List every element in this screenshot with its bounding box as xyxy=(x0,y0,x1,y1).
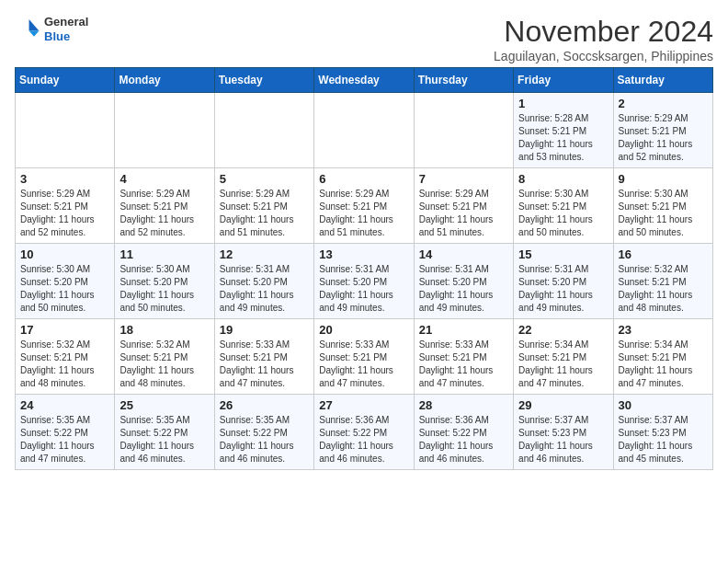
day-info: Sunrise: 5:31 AM Sunset: 5:20 PM Dayligh… xyxy=(220,263,309,315)
weekday-header-monday: Monday xyxy=(115,68,214,93)
day-number: 16 xyxy=(619,247,708,261)
day-info: Sunrise: 5:37 AM Sunset: 5:23 PM Dayligh… xyxy=(518,414,608,465)
day-info: Sunrise: 5:33 AM Sunset: 5:21 PM Dayligh… xyxy=(220,339,309,390)
calendar-cell: 24Sunrise: 5:35 AM Sunset: 5:22 PM Dayli… xyxy=(16,395,115,470)
calendar-cell xyxy=(414,93,513,168)
logo: General Blue xyxy=(15,15,88,43)
day-info: Sunrise: 5:31 AM Sunset: 5:20 PM Dayligh… xyxy=(419,263,508,315)
day-info: Sunrise: 5:30 AM Sunset: 5:21 PM Dayligh… xyxy=(619,188,708,239)
weekday-header-thursday: Thursday xyxy=(414,68,513,93)
calendar-cell: 15Sunrise: 5:31 AM Sunset: 5:20 PM Dayli… xyxy=(514,244,613,319)
day-number: 27 xyxy=(319,398,408,412)
calendar-cell xyxy=(115,93,214,168)
day-number: 25 xyxy=(119,398,209,412)
day-number: 2 xyxy=(619,97,708,110)
calendar-header-row: SundayMondayTuesdayWednesdayThursdayFrid… xyxy=(16,68,713,93)
weekday-header-tuesday: Tuesday xyxy=(214,68,313,93)
logo-icon xyxy=(15,17,40,42)
logo-text: General Blue xyxy=(44,15,88,43)
day-info: Sunrise: 5:29 AM Sunset: 5:21 PM Dayligh… xyxy=(619,112,708,164)
calendar-cell: 2Sunrise: 5:29 AM Sunset: 5:21 PM Daylig… xyxy=(613,93,712,168)
day-info: Sunrise: 5:33 AM Sunset: 5:21 PM Dayligh… xyxy=(419,339,508,390)
day-number: 1 xyxy=(518,97,608,110)
page-header: General Blue November 2024 Laguilayan, S… xyxy=(15,15,713,63)
calendar-cell: 10Sunrise: 5:30 AM Sunset: 5:20 PM Dayli… xyxy=(16,244,115,319)
calendar-cell: 8Sunrise: 5:30 AM Sunset: 5:21 PM Daylig… xyxy=(514,168,613,244)
title-block: November 2024 Laguilayan, Soccsksargen, … xyxy=(494,15,713,63)
calendar-cell: 12Sunrise: 5:31 AM Sunset: 5:20 PM Dayli… xyxy=(214,244,313,319)
calendar-week-2: 3Sunrise: 5:29 AM Sunset: 5:21 PM Daylig… xyxy=(16,168,713,244)
calendar-cell: 16Sunrise: 5:32 AM Sunset: 5:21 PM Dayli… xyxy=(613,244,712,319)
day-number: 15 xyxy=(518,247,608,261)
day-number: 22 xyxy=(518,323,608,337)
day-number: 29 xyxy=(518,398,608,412)
day-info: Sunrise: 5:35 AM Sunset: 5:22 PM Dayligh… xyxy=(220,414,309,465)
calendar-cell: 14Sunrise: 5:31 AM Sunset: 5:20 PM Dayli… xyxy=(414,244,513,319)
calendar-cell: 9Sunrise: 5:30 AM Sunset: 5:21 PM Daylig… xyxy=(613,168,712,244)
day-number: 18 xyxy=(119,323,209,337)
day-number: 30 xyxy=(619,398,708,412)
day-info: Sunrise: 5:34 AM Sunset: 5:21 PM Dayligh… xyxy=(518,339,608,390)
calendar-cell xyxy=(314,93,414,168)
day-number: 5 xyxy=(220,172,309,186)
day-number: 28 xyxy=(419,398,508,412)
day-info: Sunrise: 5:31 AM Sunset: 5:20 PM Dayligh… xyxy=(518,263,608,315)
day-number: 11 xyxy=(119,247,209,261)
day-info: Sunrise: 5:37 AM Sunset: 5:23 PM Dayligh… xyxy=(619,414,708,465)
location: Laguilayan, Soccsksargen, Philippines xyxy=(494,49,713,63)
calendar-cell: 20Sunrise: 5:33 AM Sunset: 5:21 PM Dayli… xyxy=(314,319,414,395)
day-number: 17 xyxy=(20,323,109,337)
svg-marker-1 xyxy=(29,30,40,36)
calendar-body: 1Sunrise: 5:28 AM Sunset: 5:21 PM Daylig… xyxy=(16,93,713,470)
day-info: Sunrise: 5:32 AM Sunset: 5:21 PM Dayligh… xyxy=(119,339,209,390)
day-info: Sunrise: 5:36 AM Sunset: 5:22 PM Dayligh… xyxy=(319,414,408,465)
calendar-cell: 27Sunrise: 5:36 AM Sunset: 5:22 PM Dayli… xyxy=(314,395,414,470)
calendar-week-4: 17Sunrise: 5:32 AM Sunset: 5:21 PM Dayli… xyxy=(16,319,713,395)
calendar-cell: 26Sunrise: 5:35 AM Sunset: 5:22 PM Dayli… xyxy=(214,395,313,470)
day-info: Sunrise: 5:32 AM Sunset: 5:21 PM Dayligh… xyxy=(20,339,109,390)
day-number: 19 xyxy=(220,323,309,337)
calendar-week-1: 1Sunrise: 5:28 AM Sunset: 5:21 PM Daylig… xyxy=(16,93,713,168)
weekday-header-sunday: Sunday xyxy=(16,68,115,93)
day-info: Sunrise: 5:29 AM Sunset: 5:21 PM Dayligh… xyxy=(119,188,209,239)
day-info: Sunrise: 5:28 AM Sunset: 5:21 PM Dayligh… xyxy=(518,112,608,164)
day-info: Sunrise: 5:30 AM Sunset: 5:20 PM Dayligh… xyxy=(119,263,209,315)
day-info: Sunrise: 5:34 AM Sunset: 5:21 PM Dayligh… xyxy=(619,339,708,390)
day-info: Sunrise: 5:30 AM Sunset: 5:20 PM Dayligh… xyxy=(20,263,109,315)
calendar-cell: 3Sunrise: 5:29 AM Sunset: 5:21 PM Daylig… xyxy=(16,168,115,244)
day-number: 14 xyxy=(419,247,508,261)
day-number: 26 xyxy=(220,398,309,412)
day-number: 12 xyxy=(220,247,309,261)
day-number: 10 xyxy=(20,247,109,261)
day-number: 8 xyxy=(518,172,608,186)
weekday-header-wednesday: Wednesday xyxy=(314,68,414,93)
calendar-cell: 5Sunrise: 5:29 AM Sunset: 5:21 PM Daylig… xyxy=(214,168,313,244)
day-number: 13 xyxy=(319,247,408,261)
calendar-cell: 4Sunrise: 5:29 AM Sunset: 5:21 PM Daylig… xyxy=(115,168,214,244)
day-info: Sunrise: 5:35 AM Sunset: 5:22 PM Dayligh… xyxy=(119,414,209,465)
calendar-cell: 21Sunrise: 5:33 AM Sunset: 5:21 PM Dayli… xyxy=(414,319,513,395)
day-info: Sunrise: 5:29 AM Sunset: 5:21 PM Dayligh… xyxy=(20,188,109,239)
calendar-cell: 22Sunrise: 5:34 AM Sunset: 5:21 PM Dayli… xyxy=(514,319,613,395)
day-number: 7 xyxy=(419,172,508,186)
day-info: Sunrise: 5:32 AM Sunset: 5:21 PM Dayligh… xyxy=(619,263,708,315)
calendar-week-3: 10Sunrise: 5:30 AM Sunset: 5:20 PM Dayli… xyxy=(16,244,713,319)
day-number: 4 xyxy=(119,172,209,186)
day-number: 23 xyxy=(619,323,708,337)
calendar-cell: 23Sunrise: 5:34 AM Sunset: 5:21 PM Dayli… xyxy=(613,319,712,395)
calendar-cell: 18Sunrise: 5:32 AM Sunset: 5:21 PM Dayli… xyxy=(115,319,214,395)
day-info: Sunrise: 5:30 AM Sunset: 5:21 PM Dayligh… xyxy=(518,188,608,239)
day-number: 20 xyxy=(319,323,408,337)
day-number: 9 xyxy=(619,172,708,186)
day-info: Sunrise: 5:29 AM Sunset: 5:21 PM Dayligh… xyxy=(319,188,408,239)
calendar-cell: 7Sunrise: 5:29 AM Sunset: 5:21 PM Daylig… xyxy=(414,168,513,244)
calendar-cell: 25Sunrise: 5:35 AM Sunset: 5:22 PM Dayli… xyxy=(115,395,214,470)
day-number: 24 xyxy=(20,398,109,412)
calendar-table: SundayMondayTuesdayWednesdayThursdayFrid… xyxy=(15,67,713,470)
day-number: 6 xyxy=(319,172,408,186)
calendar-week-5: 24Sunrise: 5:35 AM Sunset: 5:22 PM Dayli… xyxy=(16,395,713,470)
day-number: 3 xyxy=(20,172,109,186)
day-info: Sunrise: 5:36 AM Sunset: 5:22 PM Dayligh… xyxy=(419,414,508,465)
calendar-cell: 30Sunrise: 5:37 AM Sunset: 5:23 PM Dayli… xyxy=(613,395,712,470)
day-info: Sunrise: 5:31 AM Sunset: 5:20 PM Dayligh… xyxy=(319,263,408,315)
